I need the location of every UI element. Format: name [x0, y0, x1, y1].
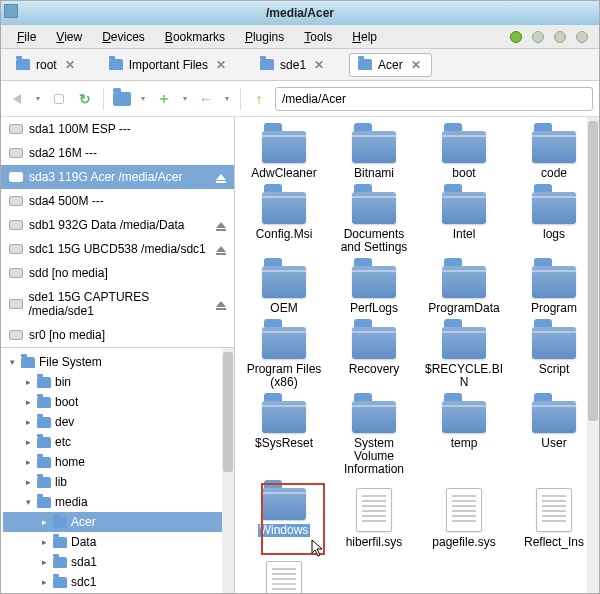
folder-item[interactable]: PerfLogs: [331, 266, 417, 315]
folder-item[interactable]: Windows: [241, 488, 327, 549]
tree-row[interactable]: ▸Acer: [3, 512, 232, 532]
tab-root[interactable]: root✕: [7, 53, 86, 77]
folder-icon: [352, 266, 396, 298]
tab-close-button[interactable]: ✕: [409, 58, 423, 72]
device-row[interactable]: sdb1 932G Data /media/Data: [1, 213, 234, 237]
device-row[interactable]: sdd [no media]: [1, 261, 234, 285]
new-dropdown[interactable]: ▾: [180, 94, 190, 103]
folder-item[interactable]: User: [511, 401, 597, 476]
tab-close-button[interactable]: ✕: [63, 58, 77, 72]
nav-back-dropdown[interactable]: ▾: [222, 94, 232, 103]
folder-item[interactable]: Bitnami: [331, 131, 417, 180]
folder-item[interactable]: Program: [511, 266, 597, 315]
folder-item[interactable]: AdwCleaner: [241, 131, 327, 180]
tree-row[interactable]: ▾File System: [3, 352, 232, 372]
tree-row[interactable]: ▾media: [3, 492, 232, 512]
status-dot[interactable]: [532, 31, 544, 43]
tree-row[interactable]: ▸home: [3, 452, 232, 472]
device-row[interactable]: sda2 16M ---: [1, 141, 234, 165]
folder-item[interactable]: temp: [421, 401, 507, 476]
device-row[interactable]: sda4 500M ---: [1, 189, 234, 213]
main-scrollbar[interactable]: [587, 117, 599, 594]
open-folder-button[interactable]: [112, 89, 132, 109]
back-dropdown[interactable]: ▾: [33, 94, 43, 103]
status-dot-active[interactable]: [510, 31, 522, 43]
chevron-down-icon[interactable]: ▾: [7, 357, 17, 367]
menu-file[interactable]: File: [7, 26, 46, 48]
up-button[interactable]: ↑: [249, 89, 269, 109]
chevron-right-icon[interactable]: ▸: [39, 517, 49, 527]
chevron-right-icon[interactable]: ▸: [23, 377, 33, 387]
menu-devices[interactable]: Devices: [92, 26, 155, 48]
status-dot[interactable]: [554, 31, 566, 43]
back-button[interactable]: [7, 89, 27, 109]
folder-item[interactable]: ProgramData: [421, 266, 507, 315]
file-icon: [266, 561, 302, 594]
tree-row[interactable]: ▸sdc1: [3, 572, 232, 592]
tree-row[interactable]: ▸lib: [3, 472, 232, 492]
tree-row[interactable]: ▸etc: [3, 432, 232, 452]
device-row[interactable]: sr0 [no media]: [1, 323, 234, 347]
folder-dropdown[interactable]: ▾: [138, 94, 148, 103]
menu-bookmarks[interactable]: Bookmarks: [155, 26, 235, 48]
chevron-right-icon[interactable]: ▸: [39, 557, 49, 567]
tree-row[interactable]: ▸dev: [3, 412, 232, 432]
chevron-right-icon[interactable]: ▸: [23, 457, 33, 467]
chevron-down-icon[interactable]: ▾: [23, 497, 33, 507]
file-item[interactable]: swapfile.sys: [241, 561, 327, 594]
eject-icon[interactable]: [216, 246, 226, 252]
chevron-right-icon[interactable]: ▸: [23, 397, 33, 407]
folder-item[interactable]: Script: [511, 327, 597, 389]
tab-acer[interactable]: Acer✕: [349, 53, 432, 77]
file-item[interactable]: pagefile.sys: [421, 488, 507, 549]
tree-row[interactable]: ▸Data: [3, 532, 232, 552]
scrollbar-thumb[interactable]: [223, 352, 233, 472]
folder-item[interactable]: $SysReset: [241, 401, 327, 476]
path-input[interactable]: [275, 87, 593, 111]
tree-row[interactable]: ▸boot: [3, 392, 232, 412]
chevron-right-icon[interactable]: ▸: [39, 537, 49, 547]
eject-icon[interactable]: [216, 301, 226, 307]
menu-tools[interactable]: Tools: [294, 26, 342, 48]
folder-item[interactable]: Program Files (x86): [241, 327, 327, 389]
folder-item[interactable]: Intel: [421, 192, 507, 254]
folder-icon: [262, 488, 306, 520]
folder-item[interactable]: logs: [511, 192, 597, 254]
menu-help[interactable]: Help: [342, 26, 387, 48]
tree-row[interactable]: ▸sda1: [3, 552, 232, 572]
folder-item[interactable]: OEM: [241, 266, 327, 315]
nav-back-button[interactable]: ←: [196, 89, 216, 109]
device-row[interactable]: sda1 100M ESP ---: [1, 117, 234, 141]
folder-item[interactable]: Documents and Settings: [331, 192, 417, 254]
device-row[interactable]: sdc1 15G UBCD538 /media/sdc1: [1, 237, 234, 261]
eject-button[interactable]: [49, 89, 69, 109]
tab-important-files[interactable]: Important Files✕: [100, 53, 237, 77]
folder-item[interactable]: $RECYCLE.BIN: [421, 327, 507, 389]
folder-item[interactable]: Recovery: [331, 327, 417, 389]
eject-icon[interactable]: [216, 222, 226, 228]
file-item[interactable]: hiberfil.sys: [331, 488, 417, 549]
device-row[interactable]: sde1 15G CAPTURES /media/sde1: [1, 285, 234, 323]
folder-item[interactable]: boot: [421, 131, 507, 180]
scrollbar-thumb[interactable]: [588, 121, 598, 421]
status-dot[interactable]: [576, 31, 588, 43]
tree-scrollbar[interactable]: [222, 348, 234, 594]
chevron-right-icon[interactable]: ▸: [23, 437, 33, 447]
chevron-right-icon[interactable]: ▸: [23, 477, 33, 487]
menu-view[interactable]: View: [46, 26, 92, 48]
chevron-right-icon[interactable]: ▸: [39, 577, 49, 587]
chevron-right-icon[interactable]: ▸: [23, 417, 33, 427]
folder-item[interactable]: code: [511, 131, 597, 180]
tree-row[interactable]: ▸bin: [3, 372, 232, 392]
folder-item[interactable]: Config.Msi: [241, 192, 327, 254]
folder-item[interactable]: System Volume Information: [331, 401, 417, 476]
new-button[interactable]: ＋: [154, 89, 174, 109]
file-item[interactable]: Reflect_Ins: [511, 488, 597, 549]
eject-icon[interactable]: [216, 174, 226, 180]
reload-button[interactable]: ↻: [75, 89, 95, 109]
menu-plugins[interactable]: Plugins: [235, 26, 294, 48]
tab-sde1[interactable]: sde1✕: [251, 53, 335, 77]
tab-close-button[interactable]: ✕: [214, 58, 228, 72]
device-row[interactable]: sda3 119G Acer /media/Acer: [1, 165, 234, 189]
tab-close-button[interactable]: ✕: [312, 58, 326, 72]
